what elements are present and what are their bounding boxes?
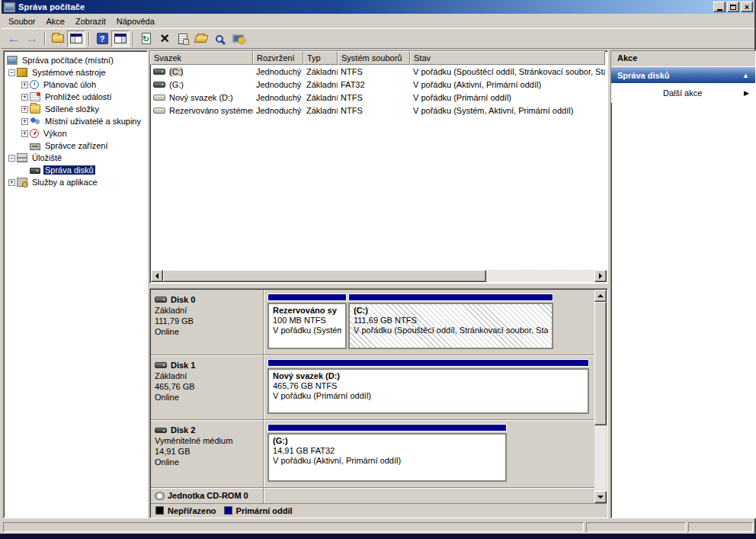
main-area: Správa počítače (místní)−Systémové nástr… xyxy=(2,49,754,521)
legend-swatch-neprirazeno xyxy=(155,506,164,515)
disk-name: Disk 1 xyxy=(155,360,260,371)
vertical-scrollbar[interactable] xyxy=(594,290,607,503)
scroll-right-button[interactable] xyxy=(594,270,607,282)
expand-icon[interactable]: + xyxy=(20,130,30,137)
cdrom-info-cell[interactable]: Jednotka CD-ROM 0 xyxy=(151,488,264,503)
device-manager-icon xyxy=(30,143,40,150)
tree-item-uloziste[interactable]: −Úložiště xyxy=(4,152,147,164)
expand-icon[interactable]: + xyxy=(20,118,30,125)
volume-type-cell: Základní xyxy=(303,67,338,76)
back-button[interactable] xyxy=(5,30,23,47)
tree-item-label: Služby a aplikace xyxy=(30,178,99,187)
show-action-pane-button[interactable] xyxy=(111,30,130,47)
volume-icon xyxy=(153,95,165,101)
minimize-button[interactable] xyxy=(713,2,726,12)
collapse-icon[interactable]: − xyxy=(7,69,17,76)
folder-up-icon xyxy=(52,34,64,43)
refresh-button[interactable] xyxy=(137,30,155,47)
volume-row-g[interactable]: (G:)JednoduchýZákladníFAT32V pořádku (Ak… xyxy=(150,78,607,91)
scroll-down-button[interactable] xyxy=(594,491,607,503)
volume-row-rezervovano-systemem[interactable]: Rezervováno systémemJednoduchýZákladníNT… xyxy=(150,104,607,117)
expand-icon[interactable]: + xyxy=(20,82,30,88)
scroll-up-button[interactable] xyxy=(594,290,607,302)
computer-gear-icon xyxy=(232,34,244,43)
help-button[interactable] xyxy=(93,30,111,47)
status-segment-2 xyxy=(586,522,686,532)
properties-sheet-icon xyxy=(178,34,187,44)
open-button[interactable] xyxy=(192,30,210,47)
menu-soubor[interactable]: Soubor xyxy=(3,15,40,27)
disk-rows: Disk 0Základní111,79 GBOnlineRezervováno… xyxy=(151,290,594,503)
disk-kind: Základní xyxy=(155,305,260,316)
menu-bar: SouborAkceZobrazitNápověda xyxy=(2,14,754,29)
horizontal-scrollbar[interactable] xyxy=(151,270,607,282)
partition-c[interactable]: (C:)111,69 GB NTFSV pořádku (Spouštěcí o… xyxy=(348,294,553,351)
partition-type-bar xyxy=(267,359,589,367)
volume-icon xyxy=(153,107,165,114)
disk-name-label: Disk 0 xyxy=(171,294,195,305)
disk-size: 465,76 GB xyxy=(155,381,260,392)
up-button[interactable] xyxy=(49,30,67,47)
scroll-up-icon xyxy=(597,294,604,297)
collapse-section-icon[interactable]: ▲ xyxy=(742,72,749,79)
horizontal-scroll-thumb[interactable] xyxy=(163,270,486,282)
expand-icon[interactable]: + xyxy=(20,106,30,113)
column-header-system-souboru[interactable]: Systém souborů xyxy=(338,51,410,65)
partition-rezervovano-sy[interactable]: Rezervováno sy100 MB NTFSV pořádku (Syst… xyxy=(267,294,347,351)
forward-button[interactable] xyxy=(23,30,41,47)
expand-icon[interactable]: + xyxy=(7,179,17,186)
maximize-button[interactable] xyxy=(727,2,739,12)
action-pane: Akce Správa disků ▲ Další akce ▶ xyxy=(610,50,756,518)
partition-novy-svazek-d[interactable]: Nový svazek (D:)465,76 GB NTFSV pořádku … xyxy=(267,359,589,415)
disk-info-cell[interactable]: Disk 2Vyměnitelné médium14,91 GBOnline xyxy=(151,420,264,487)
volume-name-cell: (G:) xyxy=(150,80,253,89)
tree-item-sluzby-a-aplikace[interactable]: +Služby a aplikace xyxy=(4,176,147,188)
column-header-rozvrzeni[interactable]: Rozvržení xyxy=(253,51,303,65)
more-actions-item[interactable]: Další akce ▶ xyxy=(611,83,755,103)
tree-item-mistni-uzivatele-a-skupiny[interactable]: +Místní uživatelé a skupiny xyxy=(4,115,147,127)
actions-section-disk-management[interactable]: Správa disků ▲ xyxy=(611,66,755,83)
manage-button[interactable] xyxy=(229,30,247,47)
volume-type-cell: Základní xyxy=(303,106,338,115)
scroll-left-button[interactable] xyxy=(151,270,163,282)
drive-icon xyxy=(155,297,167,303)
close-button[interactable]: × xyxy=(741,2,753,12)
volume-filesystem-cell: NTFS xyxy=(338,106,410,115)
menu-akce[interactable]: Akce xyxy=(40,15,69,27)
vertical-scroll-thumb[interactable] xyxy=(594,302,607,425)
properties-button[interactable] xyxy=(174,30,192,47)
volume-name-cell: Rezervováno systémem xyxy=(150,106,253,115)
collapse-icon[interactable]: − xyxy=(7,155,17,162)
tree-item-sprava-disku[interactable]: Správa disků xyxy=(4,164,147,176)
tree-item-sdilene-slozky[interactable]: +Sdílené složky xyxy=(4,103,147,115)
menu-zobrazit[interactable]: Zobrazit xyxy=(70,15,111,27)
tree-item-vykon[interactable]: +Výkon xyxy=(4,127,147,140)
tree-item-label: Výkon xyxy=(42,129,69,138)
view-button[interactable] xyxy=(210,30,229,47)
disk-info-cell[interactable]: Disk 0Základní111,79 GBOnline xyxy=(151,290,264,355)
tree-item-sprava-pocitace-mistni[interactable]: Správa počítače (místní) xyxy=(4,54,147,66)
tree-item-spravce-zarizeni[interactable]: Správce zařízení xyxy=(4,140,147,152)
column-header-typ[interactable]: Typ xyxy=(303,51,338,65)
volume-row-novy-svazek-d[interactable]: Nový svazek (D:)JednoduchýZákladníNTFSV … xyxy=(150,91,607,104)
window-title: Správa počítače xyxy=(18,2,712,11)
partition-g[interactable]: (G:)14,91 GB FAT32V pořádku (Aktivní, Pr… xyxy=(267,424,507,483)
toolbar-separator xyxy=(133,32,134,46)
disk-name-label: Disk 2 xyxy=(171,425,195,435)
volume-status-cell: V pořádku (Aktivní, Primární oddíl) xyxy=(410,80,605,89)
show-console-tree-button[interactable] xyxy=(67,30,85,47)
tree-item-prohlizec-udalosti[interactable]: +Prohlížeč událostí xyxy=(4,91,147,103)
column-header-svazek[interactable]: Svazek xyxy=(150,51,253,65)
disk-info-cell[interactable]: Disk 1Základní465,76 GBOnline xyxy=(151,355,264,419)
tree-item-planovac-uloh[interactable]: +Plánovač úloh xyxy=(4,79,147,91)
app-icon xyxy=(4,2,15,12)
column-header-stav[interactable]: Stav xyxy=(410,51,605,65)
menu-napoveda[interactable]: Nápověda xyxy=(111,15,160,27)
legend-swatch-primarni-oddil xyxy=(224,506,232,515)
delete-button[interactable] xyxy=(155,30,174,47)
scroll-down-icon xyxy=(597,496,604,499)
partition-type-bar xyxy=(267,424,507,432)
tree-item-systemove-nastroje[interactable]: −Systémové nástroje xyxy=(4,66,147,79)
expand-icon[interactable]: + xyxy=(20,94,30,101)
volume-row-c[interactable]: (C:)JednoduchýZákladníNTFSV pořádku (Spo… xyxy=(150,65,607,78)
